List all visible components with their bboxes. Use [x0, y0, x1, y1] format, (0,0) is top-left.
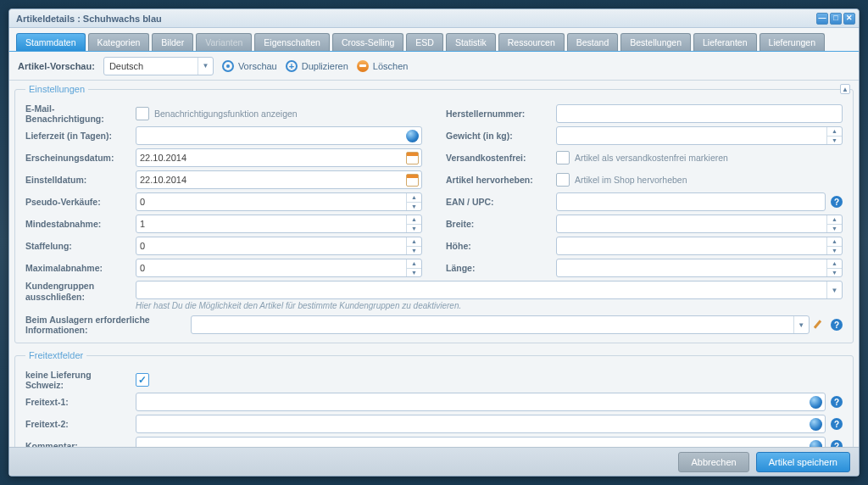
- language-value: Deutsch: [109, 61, 143, 71]
- created-date-input[interactable]: 22.10.2014: [136, 170, 422, 189]
- spinner-icon[interactable]: ▲▼: [406, 237, 421, 254]
- tab-eigenschaften[interactable]: Eigenschaften: [254, 33, 330, 51]
- maximize-button[interactable]: □: [830, 13, 842, 25]
- row-minorder: Mindestabnahme: 1▲▼: [25, 213, 422, 235]
- kommentar-input[interactable]: [136, 437, 826, 447]
- row-maxorder: Maximalabnahme: 0▲▼: [25, 257, 422, 279]
- globe-icon[interactable]: [810, 440, 822, 447]
- cancel-button[interactable]: Abbrechen: [678, 452, 748, 472]
- tab-varianten[interactable]: Varianten: [196, 33, 252, 51]
- freitext1-input[interactable]: [136, 393, 826, 411]
- tab-esd[interactable]: ESD: [406, 33, 443, 51]
- calendar-icon[interactable]: [406, 152, 419, 164]
- step-input[interactable]: 0▲▼: [136, 237, 422, 255]
- mfr-input[interactable]: [556, 104, 843, 123]
- weight-input[interactable]: ▲▼: [556, 126, 843, 145]
- spinner-icon[interactable]: ▲▼: [406, 193, 421, 210]
- tab-bilder[interactable]: Bilder: [152, 33, 193, 51]
- row-freitext2: Freitext-2: ?: [25, 413, 843, 435]
- help-icon[interactable]: ?: [831, 319, 843, 331]
- tab-lieferungen[interactable]: Lieferungen: [760, 33, 825, 51]
- scroll-up-arrow[interactable]: ▲: [840, 84, 850, 94]
- row-step: Staffelung: 0▲▼: [25, 235, 422, 257]
- settings-fieldset: Einstellungen E-Mail-Benachrichtigung: B…: [14, 84, 854, 343]
- help-icon[interactable]: ?: [831, 418, 843, 430]
- tab-bestellungen[interactable]: Bestellungen: [620, 33, 691, 51]
- spinner-icon[interactable]: ▲▼: [826, 127, 842, 144]
- titlebar[interactable]: Artikeldetails : Schuhwachs blau — □ ✕: [9, 9, 859, 28]
- row-width: Breite: ▲▼: [446, 213, 843, 235]
- ean-input[interactable]: [556, 192, 826, 211]
- row-height: Höhe: ▲▼: [446, 235, 843, 257]
- shipfree-checkbox[interactable]: [556, 151, 570, 164]
- help-icon[interactable]: ?: [831, 196, 843, 208]
- chevron-down-icon: ▼: [793, 316, 809, 333]
- row-highlight: Artikel hervorheben: Artikel im Shop her…: [446, 169, 843, 191]
- spinner-icon[interactable]: ▲▼: [826, 215, 842, 232]
- close-button[interactable]: ✕: [843, 13, 855, 25]
- pseudo-input[interactable]: 0▲▼: [136, 192, 422, 211]
- help-icon[interactable]: ?: [831, 396, 843, 408]
- delivery-input[interactable]: [136, 126, 422, 145]
- row-pseudo: Pseudo-Verkäufe: 0▲▼: [25, 191, 422, 213]
- tab-lieferanten[interactable]: Lieferanten: [693, 33, 757, 51]
- custgroup-help: Hier hast Du die Möglichkeit den Artikel…: [136, 301, 843, 310]
- email-checkbox[interactable]: [136, 107, 149, 120]
- spinner-icon[interactable]: ▲▼: [406, 215, 421, 232]
- spinner-icon[interactable]: ▲▼: [826, 237, 842, 254]
- calendar-icon[interactable]: [406, 174, 419, 187]
- pencil-icon[interactable]: [815, 319, 826, 331]
- custgroup-select[interactable]: ▼: [136, 281, 843, 299]
- preview-button[interactable]: Vorschau: [222, 60, 277, 72]
- settings-legend: Einstellungen: [25, 84, 88, 94]
- row-kommentar: Kommentar: ?: [25, 435, 843, 447]
- outinfo-select[interactable]: ▼: [191, 315, 810, 334]
- row-release: Erscheinungsdatum: 22.10.2014: [25, 147, 422, 169]
- tab-statistik[interactable]: Statistik: [446, 33, 496, 51]
- row-length: Länge: ▲▼: [446, 257, 843, 279]
- row-shipfree: Versandkostenfrei: Artikel als versandko…: [446, 147, 843, 169]
- row-custgroup: Kundengruppen ausschließen: ▼: [25, 281, 843, 303]
- content-scroll[interactable]: ▲ Einstellungen E-Mail-Benachrichtigung:…: [9, 81, 859, 447]
- row-ean: EAN / UPC: ?: [446, 191, 843, 213]
- tab-stammdaten[interactable]: Stammdaten: [16, 33, 86, 51]
- row-created: Einstelldatum: 22.10.2014: [25, 169, 422, 191]
- tab-kategorien[interactable]: Kategorien: [88, 33, 150, 51]
- spinner-icon[interactable]: ▲▼: [406, 259, 421, 276]
- article-detail-window: Artikeldetails : Schuhwachs blau — □ ✕ S…: [8, 8, 860, 477]
- row-email: E-Mail-Benachrichtigung: Benachrichtigun…: [25, 103, 422, 125]
- tab-ressourcen[interactable]: Ressourcen: [498, 33, 565, 51]
- row-mfr: Herstellernummer:: [446, 103, 843, 125]
- footer: Abbrechen Artikel speichern: [9, 447, 859, 476]
- length-input[interactable]: ▲▼: [556, 259, 843, 277]
- height-input[interactable]: ▲▼: [556, 237, 843, 255]
- spinner-icon[interactable]: ▲▼: [826, 259, 842, 276]
- duplicate-button[interactable]: Duplizieren: [286, 60, 348, 72]
- globe-icon[interactable]: [810, 418, 822, 431]
- preview-label: Artikel-Vorschau:: [18, 61, 95, 71]
- minimize-button[interactable]: —: [816, 13, 828, 25]
- window-title: Artikeldetails : Schuhwachs blau: [16, 14, 815, 24]
- release-date-input[interactable]: 22.10.2014: [136, 148, 422, 167]
- minorder-input[interactable]: 1▲▼: [136, 215, 422, 233]
- highlight-checkbox[interactable]: [556, 173, 570, 187]
- help-icon[interactable]: ?: [831, 440, 843, 447]
- freetext-legend: Freitextfelder: [25, 350, 86, 360]
- tab-bestand[interactable]: Bestand: [567, 33, 619, 51]
- tab-crossselling[interactable]: Cross-Selling: [332, 33, 403, 51]
- maxorder-input[interactable]: 0▲▼: [136, 259, 422, 277]
- freitext2-input[interactable]: [136, 415, 826, 433]
- language-select[interactable]: Deutsch ▼: [103, 57, 214, 75]
- row-weight: Gewicht (in kg): ▲▼: [446, 125, 843, 147]
- row-delivery: Lieferzeit (in Tagen):: [25, 125, 422, 147]
- window-body: Stammdaten Kategorien Bilder Varianten E…: [9, 28, 859, 476]
- globe-icon[interactable]: [810, 396, 822, 409]
- nodelivery-checkbox[interactable]: [136, 373, 149, 387]
- row-outinfo: Beim Auslagern erforderliche Information…: [25, 314, 843, 336]
- row-nodelivery: keine Lieferung Schweiz:: [25, 369, 843, 391]
- globe-icon[interactable]: [406, 130, 419, 142]
- width-input[interactable]: ▲▼: [556, 215, 843, 233]
- tabbar: Stammdaten Kategorien Bilder Varianten E…: [9, 28, 859, 52]
- delete-button[interactable]: Löschen: [357, 60, 409, 72]
- save-button[interactable]: Artikel speichern: [756, 452, 850, 472]
